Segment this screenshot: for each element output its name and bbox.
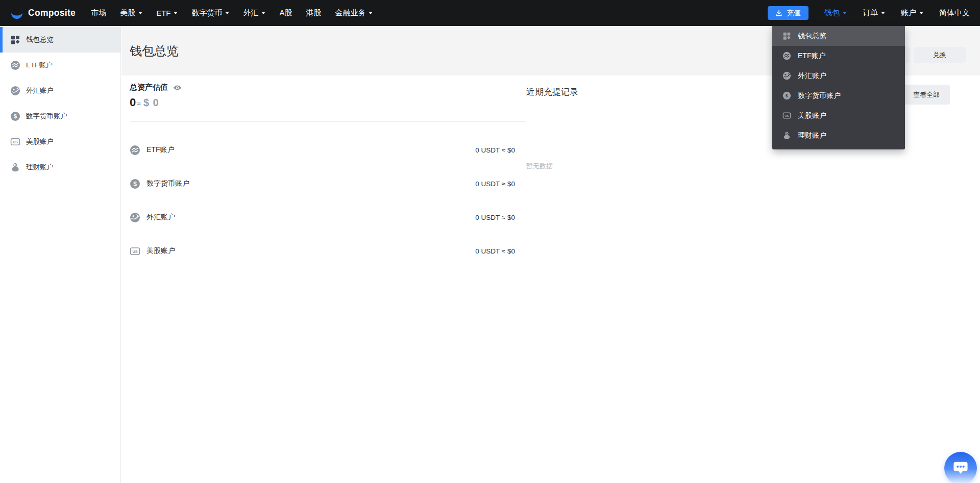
sidebar-item-wealth-account[interactable]: 理财账户 (0, 155, 120, 180)
account-name: 数字货币账户 (146, 179, 189, 188)
account-row-forex[interactable]: 外汇账户 0 USDT ≈ $0 (130, 200, 526, 234)
dropdown-item-wealth-account[interactable]: 理财账户 (772, 125, 905, 145)
dropdown-item-etf-account[interactable]: ETF账户 (772, 46, 905, 66)
total-assets-value: 0 ≈ $ 0 (130, 96, 526, 109)
nav-item-forex[interactable]: 外汇 (243, 8, 265, 18)
account-name: 美股账户 (146, 246, 175, 256)
etf-coins-icon (10, 60, 20, 70)
dropdown-item-label: 美股账户 (798, 111, 826, 120)
dropdown-item-us-stock-account[interactable]: US 美股账户 (772, 106, 905, 125)
sidebar-item-label: 理财账户 (26, 163, 54, 172)
account-balance: 0 USDT ≈ $0 (475, 247, 515, 255)
account-row-etf[interactable]: ETF账户 0 USDT ≈ $0 (130, 133, 526, 167)
wallet-sidebar: 钱包总览 ETF账户 外汇账户 $ 数字货币账户 US 美股账户 理财账户 (0, 26, 121, 483)
chevron-down-icon (919, 12, 923, 14)
wallet-overview-page: Composite 市场 美股 ETF 数字货币 外汇 A股 港股 金融业务 充… (0, 0, 980, 483)
sidebar-item-label: 美股账户 (26, 137, 54, 146)
account-name: ETF账户 (146, 145, 174, 155)
svg-text:US: US (13, 140, 18, 144)
brand-logo[interactable]: Composite (10, 8, 76, 19)
account-balance: 0 USDT ≈ $0 (475, 146, 515, 154)
chevron-down-icon (225, 12, 229, 14)
dropdown-item-label: 理财账户 (798, 131, 826, 140)
nav-item-market[interactable]: 市场 (91, 8, 106, 18)
dropdown-item-label: 外汇账户 (798, 71, 826, 81)
chevron-down-icon (881, 12, 885, 14)
account-list: ETF账户 0 USDT ≈ $0 $ 数字货币账户 0 USDT ≈ $0 (130, 133, 526, 268)
chat-support-button[interactable] (944, 452, 977, 483)
language-switcher[interactable]: 简体中文 (939, 8, 970, 18)
account-row-us-stocks[interactable]: US 美股账户 0 USDT ≈ $0 (130, 234, 526, 268)
primary-nav: 市场 美股 ETF 数字货币 外汇 A股 港股 金融业务 (91, 8, 373, 18)
svg-text:$: $ (14, 113, 17, 119)
chevron-down-icon (843, 12, 847, 14)
approx-sign: ≈ (137, 99, 141, 108)
chat-bubble-icon (952, 459, 969, 476)
nav-item-a-shares[interactable]: A股 (279, 8, 292, 18)
account-row-crypto[interactable]: $ 数字货币账户 0 USDT ≈ $0 (130, 167, 526, 200)
total-amount: 0 (130, 96, 136, 109)
grid-icon (10, 35, 20, 45)
globe-icon (10, 86, 20, 96)
sidebar-item-label: 外汇账户 (26, 86, 54, 95)
dropdown-item-label: 数字货币账户 (798, 91, 841, 100)
records-panel: 近期充提记录 查看全部 暂无数据 (526, 75, 980, 268)
nav-item-account[interactable]: 账户 (901, 8, 923, 18)
account-balance: 0 USDT ≈ $0 (475, 180, 515, 188)
eye-icon[interactable] (173, 85, 182, 91)
empty-state-text: 暂无数据 (526, 162, 980, 171)
download-icon (775, 10, 782, 17)
grid-icon (782, 32, 791, 40)
etf-coins-icon (782, 52, 791, 60)
svg-text:$: $ (133, 181, 137, 188)
dropdown-item-forex-account[interactable]: 外汇账户 (772, 66, 905, 86)
chevron-down-icon (369, 12, 373, 14)
dropdown-item-label: ETF账户 (798, 52, 825, 61)
svg-text:US: US (785, 114, 789, 117)
piggy-bank-icon (10, 162, 20, 172)
view-all-button[interactable]: 查看全部 (903, 85, 950, 105)
nav-item-financial-services[interactable]: 金融业务 (335, 8, 373, 18)
sidebar-item-label: 钱包总览 (26, 35, 54, 44)
recharge-button[interactable]: 充值 (768, 6, 808, 20)
us-badge-icon: US (10, 137, 20, 147)
sidebar-item-etf-account[interactable]: ETF账户 (0, 53, 120, 78)
top-navbar: Composite 市场 美股 ETF 数字货币 外汇 A股 港股 金融业务 充… (0, 0, 980, 26)
account-name: 外汇账户 (146, 213, 175, 222)
exchange-button[interactable]: 兑换 (914, 47, 966, 63)
dropdown-item-crypto-account[interactable]: $ 数字货币账户 (772, 86, 905, 106)
total-assets-label: 总资产估值 (130, 83, 168, 92)
chevron-down-icon (174, 12, 178, 14)
sidebar-item-wallet-overview[interactable]: 钱包总览 (0, 27, 120, 53)
section-divider (130, 121, 526, 122)
dollar-coin-icon: $ (10, 111, 20, 121)
account-balance: 0 USDT ≈ $0 (475, 214, 515, 221)
nav-item-wallet[interactable]: 钱包 (824, 8, 847, 18)
chevron-down-icon (138, 12, 142, 14)
nav-item-orders[interactable]: 订单 (863, 8, 885, 18)
sidebar-item-us-stock-account[interactable]: US 美股账户 (0, 129, 120, 155)
brand-crescent-icon (10, 8, 23, 19)
dropdown-item-label: 钱包总览 (798, 32, 826, 41)
usd-amount: $ 0 (143, 97, 159, 109)
svg-text:$: $ (786, 93, 789, 98)
sidebar-item-forex-account[interactable]: 外汇账户 (0, 78, 120, 104)
nav-item-hk-stocks[interactable]: 港股 (306, 8, 321, 18)
globe-icon (130, 212, 140, 223)
navbar-user-area: 充值 钱包 订单 账户 简体中文 (768, 6, 970, 20)
brand-name: Composite (28, 8, 76, 18)
dollar-coin-icon: $ (130, 179, 140, 189)
dollar-coin-icon: $ (782, 91, 791, 100)
nav-item-crypto[interactable]: 数字货币 (191, 8, 229, 18)
us-badge-icon: US (130, 246, 140, 257)
piggy-bank-icon (782, 131, 791, 140)
etf-coins-icon (130, 145, 140, 156)
wallet-dropdown-menu: 钱包总览 ETF账户 外汇账户 $ 数字货币账户 US 美股账户 理财账户 (772, 26, 905, 149)
chevron-down-icon (261, 12, 265, 14)
nav-item-etf[interactable]: ETF (156, 9, 178, 17)
nav-item-us-stocks[interactable]: 美股 (120, 8, 142, 18)
sidebar-item-label: 数字货币账户 (26, 112, 67, 121)
sidebar-item-crypto-account[interactable]: $ 数字货币账户 (0, 104, 120, 129)
sidebar-item-label: ETF账户 (26, 61, 53, 70)
dropdown-item-wallet-overview[interactable]: 钱包总览 (772, 26, 905, 46)
